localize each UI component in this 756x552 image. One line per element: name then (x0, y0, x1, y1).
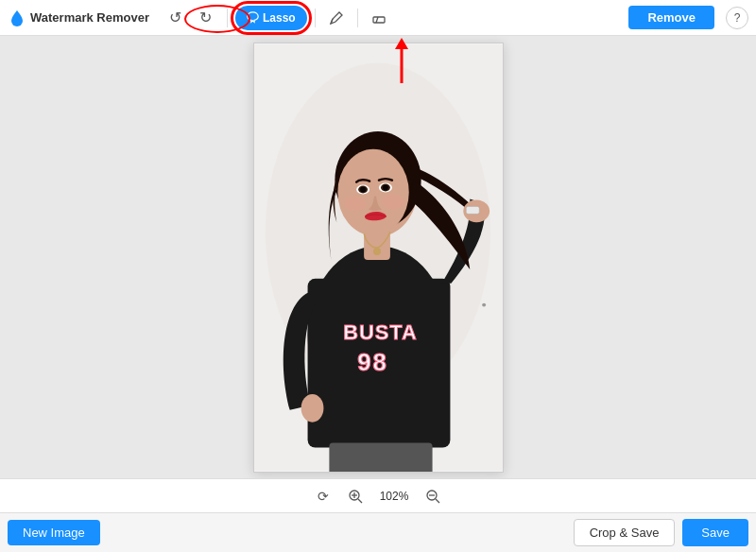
help-button[interactable]: ? (726, 7, 748, 29)
eraser-icon (371, 10, 387, 26)
eraser-button[interactable] (366, 5, 392, 31)
svg-point-31 (482, 302, 486, 306)
lasso-button[interactable]: Lasso (235, 6, 307, 30)
zoom-reset-button[interactable]: ⟳ (313, 486, 334, 507)
undo-icon: ↺ (169, 9, 181, 26)
footer: New Image Crop & Save Save (0, 512, 756, 552)
toolbar: Watermark Remover ↺ ↻ Lasso Remove ? (0, 0, 756, 36)
zoom-in-button[interactable] (345, 486, 366, 507)
svg-line-37 (436, 499, 439, 503)
main-canvas-area: BUSTA BUSTA 98 98 (0, 36, 756, 478)
redo-icon: ↻ (199, 9, 212, 26)
image-container: BUSTA BUSTA 98 98 (253, 43, 504, 473)
zoom-out-icon (425, 489, 440, 504)
svg-point-16 (337, 148, 408, 234)
undo-button[interactable]: ↺ (163, 5, 189, 31)
app-logo-icon (8, 9, 26, 27)
pen-button[interactable] (323, 5, 350, 31)
zoom-out-button[interactable] (422, 486, 443, 507)
main-image: BUSTA BUSTA 98 98 (253, 43, 504, 473)
svg-point-20 (360, 186, 366, 192)
svg-rect-1 (373, 17, 385, 23)
svg-point-24 (344, 196, 367, 211)
lasso-label: Lasso (263, 11, 296, 25)
svg-rect-28 (466, 206, 479, 214)
toolbar-divider-3 (357, 9, 358, 27)
app-logo: Watermark Remover (8, 9, 149, 27)
svg-point-30 (301, 393, 323, 422)
lasso-icon (247, 11, 259, 24)
svg-point-25 (381, 194, 404, 209)
svg-rect-29 (329, 442, 432, 471)
svg-line-2 (376, 17, 378, 23)
svg-line-33 (358, 499, 362, 503)
save-button[interactable]: Save (682, 519, 748, 546)
toolbar-divider-2 (315, 9, 316, 27)
crop-save-button[interactable]: Crop & Save (574, 519, 676, 546)
svg-point-23 (382, 184, 387, 190)
help-icon: ? (734, 11, 741, 25)
footer-right: Crop & Save Save (574, 519, 748, 546)
zoom-bar: ⟳ 102% (0, 478, 756, 512)
app-title: Watermark Remover (30, 10, 149, 25)
new-image-button[interactable]: New Image (8, 520, 100, 545)
svg-text:BUSTA: BUSTA (343, 320, 418, 344)
zoom-in-icon (348, 489, 363, 504)
remove-button[interactable]: Remove (628, 6, 714, 29)
zoom-level: 102% (377, 490, 411, 503)
pen-icon (329, 10, 344, 26)
toolbar-divider-1 (227, 9, 228, 27)
svg-text:98: 98 (357, 349, 388, 375)
zoom-reset-icon: ⟳ (318, 489, 329, 504)
person-image: BUSTA BUSTA 98 98 (254, 43, 503, 472)
redo-button[interactable]: ↻ (193, 5, 219, 31)
svg-point-26 (373, 248, 381, 255)
